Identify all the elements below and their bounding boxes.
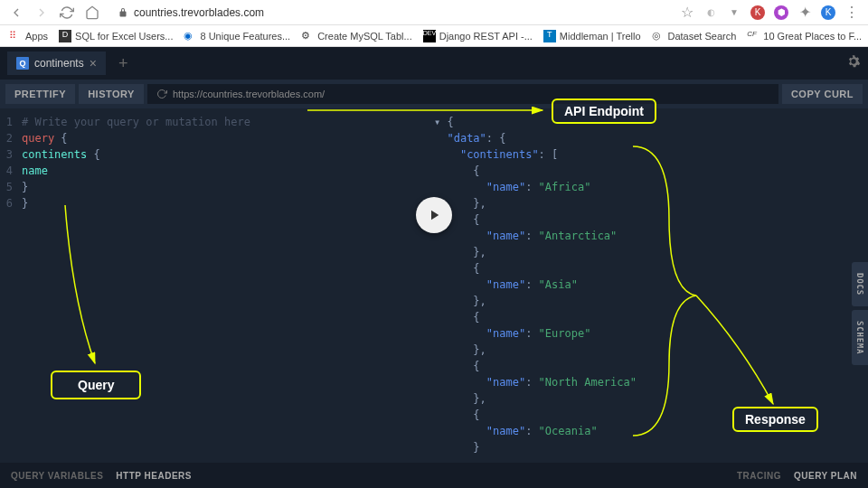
toolbar: PRETTIFY HISTORY https://countries.trevo…	[0, 80, 868, 108]
home-icon[interactable]	[85, 5, 99, 20]
menu-icon[interactable]: ⋮	[844, 5, 859, 20]
bookmark-item[interactable]: TMiddleman | Trello	[543, 30, 641, 42]
url-text: countries.trevorblades.com	[134, 6, 264, 19]
extensions-icon[interactable]: ✦	[797, 5, 812, 20]
http-headers-tab[interactable]: HTTP HEADERS	[116, 471, 192, 481]
close-icon[interactable]: ×	[90, 56, 97, 70]
bookmark-item[interactable]: DEVDjango REST API -...	[423, 30, 533, 42]
bookmark-apps[interactable]: ⠿Apps	[9, 30, 48, 42]
run-button[interactable]	[416, 197, 452, 233]
annotation-response: Response	[732, 407, 818, 432]
query-plan-tab[interactable]: QUERY PLAN	[794, 471, 857, 481]
query-variables-tab[interactable]: QUERY VARIABLES	[11, 471, 103, 481]
browser-actions: ☆ ◐ ▼ K ⬢ ✦ K ⋮	[680, 5, 859, 20]
bookmark-item[interactable]: ⚙Create MySQL Tabl...	[301, 30, 412, 42]
add-tab-button[interactable]: +	[111, 54, 136, 73]
bookmark-item[interactable]: ◉8 Unique Features...	[184, 30, 290, 42]
tab-label: continents	[34, 57, 84, 70]
tabs-row: Q continents × +	[0, 47, 868, 80]
bottom-bar: QUERY VARIABLES HTTP HEADERS TRACING QUE…	[0, 463, 868, 488]
browser-nav-bar: countries.trevorblades.com ☆ ◐ ▼ K ⬢ ✦ K…	[0, 0, 868, 25]
gear-icon[interactable]	[846, 54, 861, 72]
bookmark-item[interactable]: DSQL for Excel Users...	[59, 30, 173, 42]
ext-icon-4[interactable]: ⬢	[774, 5, 788, 20]
query-editor[interactable]: 1# Write your query or mutation here2que…	[0, 108, 425, 463]
copy-curl-button[interactable]: COPY CURL	[782, 84, 863, 104]
bookmark-item[interactable]: ◎Dataset Search	[652, 30, 737, 42]
reload-icon[interactable]	[60, 5, 74, 20]
star-icon[interactable]: ☆	[680, 5, 694, 20]
endpoint-url: https://countries.trevorblades.com/	[173, 89, 325, 99]
prettify-button[interactable]: PRETTIFY	[5, 84, 75, 104]
bookmark-item[interactable]: CF10 Great Places to F...	[747, 30, 862, 42]
annotation-query: Query	[51, 371, 141, 399]
reload-icon	[156, 89, 167, 99]
back-icon[interactable]	[9, 5, 24, 20]
query-badge-icon: Q	[16, 57, 29, 70]
annotation-endpoint: API Endpoint	[552, 99, 656, 124]
ext-icon-1[interactable]: ◐	[703, 5, 718, 20]
ext-icon-3[interactable]: K	[750, 5, 765, 20]
tracing-tab[interactable]: TRACING	[737, 471, 781, 481]
schema-tab[interactable]: SCHEMA	[852, 310, 868, 365]
tab-continents[interactable]: Q continents ×	[7, 52, 106, 75]
docs-tab[interactable]: DOCS	[852, 262, 868, 306]
lock-icon	[118, 7, 128, 18]
history-button[interactable]: HISTORY	[79, 84, 144, 104]
endpoint-input[interactable]: https://countries.trevorblades.com/	[147, 84, 778, 104]
address-bar[interactable]: countries.trevorblades.com	[110, 6, 669, 19]
forward-icon[interactable]	[34, 5, 49, 20]
bookmarks-bar: ⠿Apps DSQL for Excel Users... ◉8 Unique …	[0, 25, 868, 47]
profile-icon[interactable]: K	[821, 5, 835, 20]
ext-icon-2[interactable]: ▼	[727, 5, 741, 20]
side-tabs: DOCS SCHEMA	[852, 262, 868, 369]
